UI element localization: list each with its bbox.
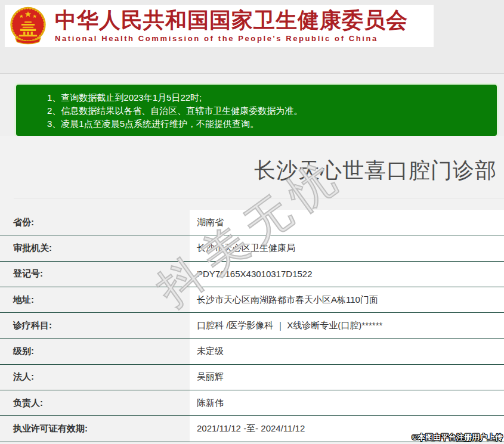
table-row-approval-authority: 审批机关: 长沙市天心区卫生健康局 — [0, 235, 504, 261]
site-title-english: National Health Commission of the People… — [55, 34, 408, 43]
row-label: 负责人: — [0, 390, 190, 415]
result-section: 长沙天心世喜口腔门诊部 省份: 湖南省 审批机关: 长沙市天心区卫生健康局 登记… — [0, 136, 504, 444]
row-value: 未定级 — [190, 339, 504, 364]
clinic-name-title: 长沙天心世喜口腔门诊部 — [0, 136, 504, 184]
table-row-address: 地址: 长沙市天心区南湖路都市春天小区A栋110门面 — [0, 287, 504, 313]
row-value: 陈新伟 — [190, 390, 504, 415]
title-divider — [14, 198, 504, 198]
china-national-emblem-icon — [8, 7, 48, 46]
notice-line-3: 3、凌晨1点至凌晨5点系统进行维护，不能提供查询。 — [47, 117, 491, 131]
clinic-info-table: 省份: 湖南省 审批机关: 长沙市天心区卫生健康局 登记号: PDY70165X… — [0, 210, 504, 442]
row-value: 长沙市天心区卫生健康局 — [190, 235, 504, 260]
row-label: 省份: — [0, 210, 190, 235]
table-row-registration-number: 登记号: PDY70165X43010317D1522 — [0, 262, 504, 287]
table-row-legal-person: 法人: 吴丽辉 — [0, 365, 504, 390]
row-label: 诊疗科目: — [0, 313, 190, 338]
table-row-level: 级别: 未定级 — [0, 339, 504, 364]
row-label: 法人: — [0, 365, 190, 390]
row-label: 级别: — [0, 339, 190, 364]
row-label: 地址: — [0, 287, 190, 312]
row-value: 吴丽辉 — [190, 365, 504, 390]
row-value: PDY70165X43010317D1522 — [190, 262, 504, 287]
row-label: 审批机关: — [0, 235, 190, 260]
table-row-province: 省份: 湖南省 — [0, 210, 504, 235]
header-titles: 中华人民共和国国家卫生健康委员会 National Health Commiss… — [55, 9, 408, 44]
row-label: 执业许可证有效期: — [0, 416, 190, 441]
query-notice-box: 1、查询数据截止到2023年1月5日22时; 2、信息数据结果以各省、自治区、直… — [16, 85, 497, 136]
row-label: 登记号: — [0, 262, 190, 287]
table-row-person-in-charge: 负责人: 陈新伟 — [0, 390, 504, 416]
table-row-medical-subjects: 诊疗科目: 口腔科 /医学影像科 ｜ X线诊断专业(口腔)****** — [0, 313, 504, 339]
notice-line-1: 1、查询数据截止到2023年1月5日22时; — [47, 91, 491, 104]
site-title-chinese: 中华人民共和国国家卫生健康委员会 — [55, 9, 408, 32]
uploader-note: ©本图由平台注册用户上传 — [412, 432, 503, 443]
row-value: 湖南省 — [190, 210, 504, 235]
site-header: 中华人民共和国国家卫生健康委员会 National Health Commiss… — [5, 5, 434, 47]
row-value: 长沙市天心区南湖路都市春天小区A栋110门面 — [190, 287, 504, 312]
row-value: 口腔科 /医学影像科 ｜ X线诊断专业(口腔)****** — [190, 313, 504, 338]
notice-line-2: 2、信息数据结果以各省、自治区、直辖市卫生健康委数据为准。 — [47, 104, 491, 117]
nhc-query-result-page: 中华人民共和国国家卫生健康委员会 National Health Commiss… — [0, 0, 504, 444]
